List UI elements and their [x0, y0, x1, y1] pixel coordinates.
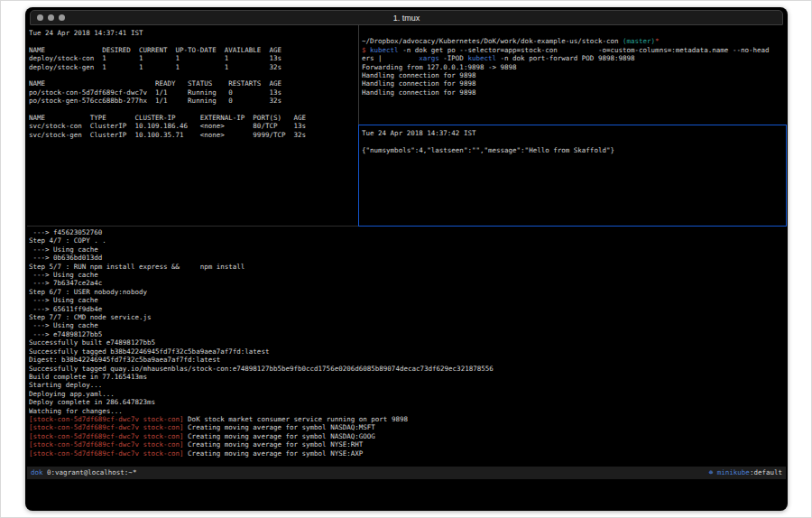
text-segment: Step 6/7 : USER nobody:nobody [29, 288, 147, 296]
tmux-session-window-info: dok 0:vagrant@localhost:~* [31, 467, 136, 479]
text-segment: Handling connection for 9898 [362, 71, 475, 79]
text-segment: Creating moving average for symbol NYSE:… [184, 449, 364, 458]
terminal-line [29, 71, 357, 79]
text-segment: {"numsymbols":4,"lastseen":"","message":… [362, 146, 614, 154]
text-segment: -n dok port-forward POD 9898:9898 [496, 54, 635, 62]
text-segment: Forwarding from 127.0.0.1:9898 -> 9898 [362, 63, 517, 71]
terminal-line: Build complete in 77.165413ms [29, 373, 786, 381]
text-segment: 0:vagrant@localhost:~* [43, 468, 137, 476]
text-segment: svc/stock-con ClusterIP 10.109.186.46 <n… [29, 122, 306, 130]
text-segment: kubectl [467, 54, 496, 62]
text-segment: ---> 7b6347ce2a4c [29, 279, 102, 287]
terminal-line: Successfully tagged quay.io/mhausenblas/… [29, 365, 786, 373]
terminal-line: deploy/stock-con 1 1 1 1 13s [29, 54, 357, 62]
text-segment: Step 7/7 : CMD node service.js [29, 313, 151, 321]
terminal-line: [stock-con-5d7df689cf-dwc7v stock-con] C… [29, 449, 786, 458]
text-segment: Tue 24 Apr 2018 14:37:42 IST [362, 129, 475, 137]
text-segment: DoK stock market consumer service runnin… [184, 415, 408, 423]
terminal-line: Deploying app.yaml... [29, 390, 786, 398]
text-segment: Creating moving average for symbol NYSE:… [184, 440, 364, 449]
text-segment: * [655, 37, 660, 45]
terminal-line: Digest: b38b42246945fd7f32c5ba9aea7af7fd… [29, 356, 786, 364]
text-segment: [stock-con-5d7df689cf-dwc7v stock-con] [29, 440, 184, 449]
terminal-line: [stock-con-5d7df689cf-dwc7v stock-con] C… [29, 440, 786, 449]
text-segment: $ [362, 46, 370, 54]
terminal-line: Forwarding from 127.0.0.1:9898 -> 9898 [362, 63, 786, 71]
terminal-line [362, 29, 786, 37]
text-segment: [stock-con-5d7df689cf-dwc7v stock-con] [29, 415, 184, 423]
terminal-line: po/stock-con-5d7df689cf-dwc7v 1/1 Runnin… [29, 88, 357, 97]
terminal-line: Step 7/7 : CMD node service.js [29, 313, 786, 321]
terminal-line: Handling connection for 9898 [362, 71, 786, 79]
text-segment: ☸ minikube [709, 468, 750, 476]
text-segment: ers | [362, 54, 419, 62]
text-segment: ---> Using cache [29, 271, 98, 279]
terminal-line: {"numsymbols":4,"lastseen":"","message":… [362, 146, 786, 154]
terminal-line: [stock-con-5d7df689cf-dwc7v stock-con] C… [29, 432, 786, 440]
pane-port-forward[interactable]: ~/Dropbox/advocacy/Kubernetes/DoK/work/d… [362, 29, 786, 123]
text-segment: deploy/stock-gen 1 1 1 1 32s [29, 63, 281, 71]
terminal-line: ers | xargs -IPOD kubectl -n dok port-fo… [362, 54, 786, 62]
tmux-kube-context: ☸ minikube:default [709, 467, 782, 479]
text-segment: [stock-con-5d7df689cf-dwc7v stock-con] [29, 449, 184, 458]
text-segment: kubectl [370, 46, 399, 54]
terminal-line: Tue 24 Apr 2018 14:37:42 IST [362, 129, 786, 137]
terminal-line: Tue 24 Apr 2018 14:37:41 IST [29, 29, 357, 37]
terminal-line [362, 137, 786, 145]
terminal-line: Watching for changes... [29, 407, 786, 415]
terminal-line: Handling connection for 9898 [362, 88, 786, 97]
text-segment: Handling connection for 9898 [362, 88, 475, 97]
text-segment: ---> Using cache [29, 296, 98, 304]
pane-kubectl-resources[interactable]: Tue 24 Apr 2018 14:37:41 ISTNAME DESIRED… [29, 29, 357, 226]
terminal-line: ---> Using cache [29, 271, 786, 279]
terminal-line: Starting deploy... [29, 381, 786, 389]
terminal-line: NAME READY STATUS RESTARTS AGE [29, 79, 357, 88]
terminal-line: svc/stock-con ClusterIP 10.109.186.46 <n… [29, 122, 357, 130]
pane-skaffold-build-log[interactable]: ---> f45623052760Step 4/7 : COPY . . ---… [29, 228, 786, 463]
text-segment: :default [750, 468, 782, 476]
window-title: 1. tmux [31, 11, 782, 24]
text-segment: Build complete in 77.165413ms [29, 373, 147, 381]
terminal-line: Step 6/7 : USER nobody:nobody [29, 288, 786, 296]
text-segment: xargs [419, 54, 439, 62]
text-segment: Step 4/7 : COPY . . [29, 236, 106, 245]
window-titlebar: 1. tmux [30, 10, 783, 25]
text-segment: -IPOD [439, 54, 468, 62]
text-segment: ~/Dropbox/advocacy/Kubernetes/DoK/work/d… [362, 37, 623, 45]
text-segment: Successfully tagged b38b42246945fd7f32c5… [29, 347, 269, 356]
terminal-line: Step 4/7 : COPY . . [29, 236, 786, 245]
text-segment: NAME DESIRED CURRENT UP-TO-DATE AVAILABL… [29, 46, 281, 54]
text-segment: Starting deploy... [29, 381, 102, 389]
terminal-line: svc/stock-gen ClusterIP 10.100.35.71 <no… [29, 131, 357, 139]
terminal-line: NAME TYPE CLUSTER-IP EXTERNAL-IP PORT(S)… [29, 114, 357, 122]
terminal-line: ---> Using cache [29, 296, 786, 304]
text-segment: (master) [623, 37, 655, 45]
text-segment: ---> 0b636bd013dd [29, 254, 102, 262]
terminal-line: po/stock-gen-576cc688bb-277hx 1/1 Runnin… [29, 97, 357, 105]
text-segment: ---> Using cache [29, 245, 98, 254]
text-segment: ---> f45623052760 [29, 228, 102, 236]
terminal-line: Handling connection for 9898 [362, 79, 786, 88]
terminal-line: Successfully built e74898127bb5 [29, 338, 786, 347]
terminal-line: Deploy complete in 286.647823ms [29, 398, 786, 406]
text-segment: -n dok get po --selector=app=stock-con -… [399, 46, 770, 54]
pane-divider-horizontal[interactable] [27, 226, 358, 227]
text-segment: svc/stock-gen ClusterIP 10.100.35.71 <no… [29, 131, 306, 139]
text-segment: dok [31, 468, 43, 476]
text-segment: po/stock-gen-576cc688bb-277hx 1/1 Runnin… [29, 97, 281, 105]
terminal-line: Step 5/7 : RUN npm install express && np… [29, 263, 786, 271]
terminal-line: Successfully tagged b38b42246945fd7f32c5… [29, 347, 786, 356]
tmux-status-bar: dok 0:vagrant@localhost:~* ☸ minikube:de… [27, 467, 786, 479]
terminal-line [29, 106, 357, 114]
terminal-line: ---> Using cache [29, 245, 786, 254]
terminal-line: ~/Dropbox/advocacy/Kubernetes/DoK/work/d… [362, 37, 786, 45]
terminal-line: [stock-con-5d7df689cf-dwc7v stock-con] D… [29, 415, 786, 423]
pane-watch-service-active[interactable]: Tue 24 Apr 2018 14:37:42 IST{"numsymbols… [358, 125, 787, 227]
text-segment: Deploying app.yaml... [29, 390, 115, 398]
terminal-line: deploy/stock-gen 1 1 1 1 32s [29, 63, 357, 71]
text-segment: NAME READY STATUS RESTARTS AGE [29, 79, 281, 88]
terminal-line: ---> 65611ff9db4e [29, 305, 786, 313]
terminal-line: ---> f45623052760 [29, 228, 786, 236]
text-segment: Creating moving average for symbol NASDA… [184, 423, 375, 431]
text-segment: po/stock-con-5d7df689cf-dwc7v 1/1 Runnin… [29, 88, 281, 97]
